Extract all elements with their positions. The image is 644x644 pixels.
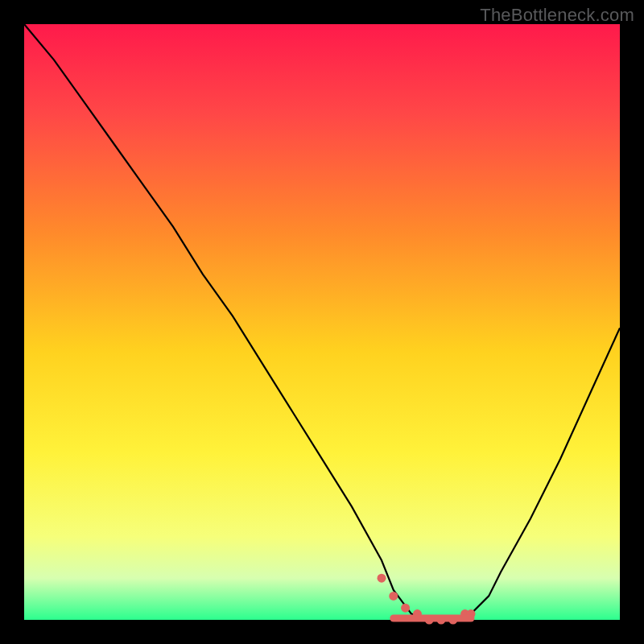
valley-marker-dot bbox=[378, 574, 386, 583]
watermark-text: TheBottleneck.com bbox=[480, 5, 634, 26]
curve-layer bbox=[24, 24, 620, 620]
bottleneck-curve bbox=[24, 24, 620, 620]
valley-markers bbox=[378, 574, 476, 625]
valley-marker-dot bbox=[401, 604, 410, 613]
plot-area bbox=[24, 24, 620, 620]
chart-stage: TheBottleneck.com bbox=[0, 0, 644, 644]
valley-marker-dot bbox=[389, 592, 398, 601]
